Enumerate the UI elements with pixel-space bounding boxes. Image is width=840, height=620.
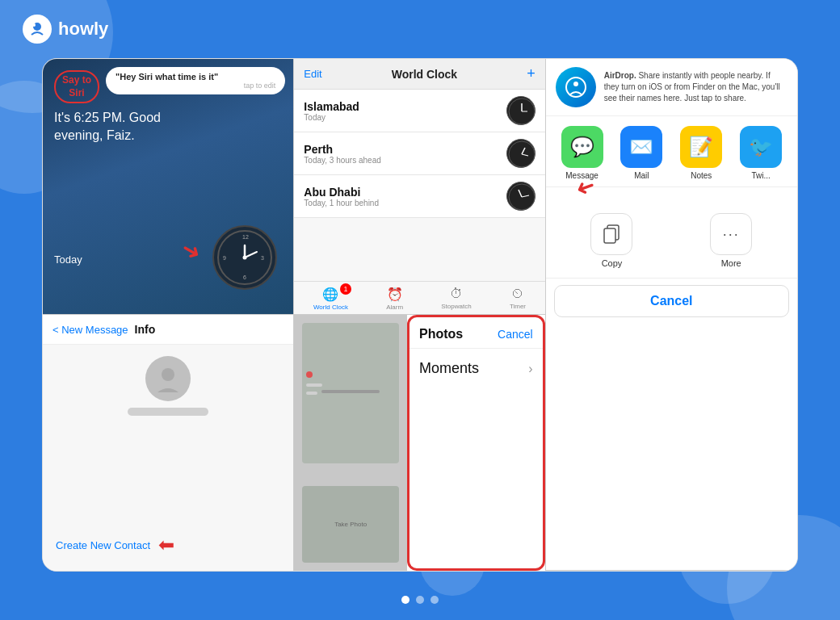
notes-app-icon: 📝 [680, 126, 722, 168]
wc-badge: 1 [340, 283, 351, 295]
wc-tab-timer[interactable]: ⏲ Timer [510, 287, 526, 311]
svg-point-1 [32, 23, 36, 27]
dot-1 [401, 596, 410, 604]
siri-prompt-text: "Hey Siri what time is it" [116, 72, 275, 82]
share-app-message[interactable]: 💬 Message [561, 126, 603, 180]
dot-2 [416, 596, 424, 604]
photos-cancel-button[interactable]: Cancel [498, 328, 533, 341]
wc-city-name: Perth [304, 143, 380, 156]
logo-icon [23, 15, 52, 44]
say-to-siri-label: Say to Siri [54, 70, 99, 103]
svg-text:3: 3 [261, 255, 264, 261]
panel-siri: Say to Siri "Hey Siri what time is it" t… [43, 59, 294, 315]
siri-response-line1: It's 6:25 PM. Good [54, 109, 161, 127]
panel-contact: < New Message Info Create New Contact ⬅ [43, 315, 294, 571]
photos-preview-area: Take Photo [294, 315, 407, 571]
panel-worldclock: Edit World Clock + Islamabad Today Perth… [294, 59, 545, 315]
svg-point-23 [162, 368, 174, 381]
wc-tab-worldclock[interactable]: 🌐 World Clock 1 [313, 287, 348, 311]
svg-text:6: 6 [243, 274, 246, 280]
wc-time-info: Today, 3 hours ahead [304, 156, 380, 165]
svg-text:9: 9 [223, 255, 226, 261]
mail-app-icon: ✉️ [620, 126, 662, 168]
contact-name-placeholder [128, 408, 208, 416]
wc-tab-label: Stopwatch [441, 303, 471, 310]
wc-time-info: Today [304, 113, 359, 122]
wc-time-info: Today, 1 hour behind [304, 199, 379, 207]
wc-clock-mini [506, 139, 536, 168]
create-new-contact-button[interactable]: Create New Contact ⬅ [56, 534, 174, 556]
photos-moments-label: Moments [419, 360, 479, 377]
arrow-to-clock: ➜ [177, 234, 206, 266]
share-app-twitter-label: Twi... [751, 171, 770, 180]
panel-photos: Take Photo Photos Cancel Moments › [294, 315, 545, 571]
share-action-copy[interactable]: Copy [590, 213, 632, 268]
stopwatch-icon: ⏱ [450, 287, 463, 301]
clock-face: 12 3 6 9 [212, 225, 277, 290]
wc-item-islamabad: Islamabad Today [294, 90, 544, 132]
siri-response-line2: evening, Faiz. [54, 127, 161, 145]
timer-icon: ⏲ [511, 287, 524, 301]
more-dots: ··· [723, 226, 740, 243]
wc-add-button[interactable]: + [527, 65, 536, 82]
create-contact-label: Create New Contact [56, 539, 150, 551]
wc-clock-mini [506, 182, 536, 211]
more-action-label: More [721, 258, 741, 268]
share-app-notes-label: Notes [691, 171, 712, 180]
svg-point-19 [566, 78, 586, 97]
siri-today: Today [54, 253, 82, 266]
airdrop-section: AirDrop. Share instantly with people nea… [546, 59, 797, 116]
header: howly [23, 15, 108, 44]
more-action-icon: ··· [710, 213, 752, 255]
wc-item-abudhabi: Abu Dhabi Today, 1 hour behind [294, 175, 544, 218]
worldclock-icon: 🌐 [322, 287, 338, 302]
wc-tab-label: Timer [510, 303, 526, 310]
wc-clock-mini [506, 96, 536, 125]
svg-text:12: 12 [242, 234, 249, 240]
contact-avatar-section [43, 345, 293, 422]
copy-action-icon [590, 213, 632, 255]
wc-edit-button[interactable]: Edit [304, 68, 321, 80]
contact-back-button[interactable]: < New Message [52, 324, 128, 336]
siri-response: It's 6:25 PM. Good evening, Faiz. [54, 109, 161, 145]
alarm-icon: ⏰ [387, 287, 403, 302]
wc-city-name: Islamabad [304, 100, 359, 113]
share-app-twitter[interactable]: 🐦 Twi... [740, 126, 782, 180]
contact-avatar [145, 356, 191, 401]
wc-tab-stopwatch[interactable]: ⏱ Stopwatch [441, 287, 471, 311]
photos-header-row: Photos Cancel [410, 317, 543, 349]
share-actions-row: Copy ··· More [546, 203, 797, 279]
svg-point-20 [573, 82, 578, 86]
contact-header: < New Message Info [43, 315, 293, 345]
wc-city-name: Abu Dhabi [304, 186, 379, 199]
share-action-more[interactable]: ··· More [710, 213, 752, 268]
share-app-notes[interactable]: 📝 Notes [680, 126, 722, 180]
siri-prompt-box: "Hey Siri what time is it" tap to edit [106, 67, 285, 94]
chevron-right-icon: › [528, 362, 532, 376]
airdrop-description: AirDrop. Share instantly with people nea… [604, 70, 788, 104]
arrow-to-create-contact: ⬅ [158, 534, 174, 556]
share-cancel-button[interactable]: Cancel [554, 285, 789, 317]
dot-3 [430, 596, 439, 604]
airdrop-icon [556, 67, 596, 107]
wc-title: World Clock [392, 68, 457, 81]
contact-header-title: Info [135, 323, 156, 336]
main-card: Say to Siri "Hey Siri what time is it" t… [42, 58, 798, 572]
wc-tab-alarm[interactable]: ⏰ Alarm [386, 287, 403, 311]
photos-title: Photos [419, 327, 463, 341]
photos-moments-row[interactable]: Moments › [410, 349, 543, 388]
message-app-icon: 💬 [561, 126, 603, 168]
svg-point-9 [243, 256, 247, 260]
copy-action-label: Copy [602, 258, 623, 268]
wc-tab-label: Alarm [386, 304, 403, 311]
wc-item-perth: Perth Today, 3 hours ahead [294, 132, 544, 175]
siri-tap-edit: tap to edit [116, 82, 275, 90]
wc-header: Edit World Clock + [294, 59, 544, 90]
svg-rect-22 [604, 228, 615, 243]
panel-share: AirDrop. Share instantly with people nea… [546, 59, 797, 571]
twitter-app-icon: 🐦 [740, 126, 782, 168]
share-app-mail[interactable]: ✉️ Mail [620, 126, 662, 180]
brand-name: howly [58, 19, 108, 40]
photos-menu: Photos Cancel Moments › [407, 315, 545, 571]
page-dots [401, 596, 439, 604]
